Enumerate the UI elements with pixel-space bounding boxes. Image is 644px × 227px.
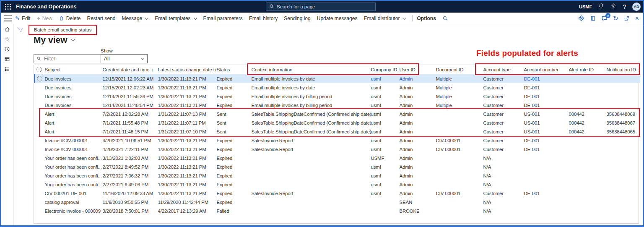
- column-header-user[interactable]: User ID: [400, 65, 436, 74]
- table-row[interactable]: CIV-000201 DE-00111/16/2020 12:09:33 AM1…: [35, 189, 640, 198]
- bell-icon[interactable]: [598, 3, 604, 10]
- cell-user: Admin: [400, 110, 436, 118]
- search-icon: [442, 16, 448, 21]
- cell-context: SalesInvoice.Report: [252, 189, 371, 198]
- cell-accountType: N/A: [483, 162, 524, 171]
- column-header-alertRuleId[interactable]: Alert rule ID: [569, 65, 607, 74]
- cell-created: 4/20/2021 7:22:11 PM: [103, 145, 158, 154]
- column-header-subject[interactable]: Subject: [45, 65, 103, 74]
- home-icon[interactable]: [1, 24, 13, 34]
- table-row[interactable]: Electronic invoice - 0000093/28/2018 7:5…: [35, 206, 640, 215]
- cell-document: [436, 171, 483, 180]
- table-row[interactable]: Your order has been confi...2/27/2021 8:…: [35, 162, 640, 171]
- refresh-icon[interactable]: ↻: [613, 15, 618, 21]
- plus-icon: +: [37, 16, 40, 21]
- column-header-accountNumber[interactable]: Account number: [524, 65, 569, 74]
- page-tab[interactable]: Batch email sending status: [29, 25, 97, 35]
- cell-document: CIV-000001: [436, 145, 483, 154]
- show-label: Show: [101, 48, 113, 53]
- options-button[interactable]: Options: [417, 16, 436, 21]
- update-messages-button[interactable]: Update messages: [317, 16, 358, 21]
- gear-icon[interactable]: [610, 3, 616, 10]
- new-button[interactable]: +New: [37, 16, 52, 21]
- avatar[interactable]: AD: [632, 3, 641, 11]
- restart-send-button[interactable]: Restart send: [87, 16, 115, 21]
- cell-company: [371, 198, 400, 206]
- row-select-circle[interactable]: [37, 76, 42, 81]
- cell-accountNumber: [524, 154, 569, 162]
- global-search[interactable]: Search for a page: [266, 3, 376, 11]
- cell-document: [436, 180, 483, 189]
- column-header-created[interactable]: Created date and time↓: [103, 65, 158, 74]
- column-header-latest[interactable]: Latest status change date ti...: [158, 65, 217, 74]
- cell-user: Admin: [400, 189, 436, 198]
- table-row[interactable]: Alert7/1/2021 11:55:48 PM1/31/2022 11:07…: [35, 118, 640, 127]
- popout-icon[interactable]: [624, 16, 630, 21]
- cell-subject: Due invoices: [45, 83, 103, 92]
- toolbar-search-button[interactable]: [442, 16, 448, 21]
- cell-context: [252, 180, 371, 189]
- edit-button[interactable]: ✎Edit: [15, 16, 31, 21]
- close-icon[interactable]: ×: [635, 15, 639, 22]
- cell-menu: [637, 154, 640, 162]
- table-row[interactable]: Invoice #CIV-0000014/20/2021 10:06:51 PM…: [35, 136, 640, 145]
- table-row[interactable]: Due invoices12/15/2021 12:02:23 AM1/30/2…: [35, 83, 640, 92]
- hamburger-menu-icon[interactable]: [4, 16, 12, 21]
- show-dropdown[interactable]: All: [101, 54, 148, 63]
- table-row[interactable]: Invoice #CIV-0000014/20/2021 7:22:11 PM1…: [35, 145, 640, 154]
- column-header-accountType[interactable]: Account type: [483, 65, 524, 74]
- favorites-icon[interactable]: ☆: [1, 34, 13, 44]
- table-row[interactable]: Due invoices12/15/2021 12:06:22 AM1/30/2…: [35, 74, 640, 83]
- table-row[interactable]: Your order has been confi...3/13/2021 1:…: [35, 154, 640, 162]
- app-window: Finance and Operations Search for a page…: [0, 0, 644, 227]
- message-menu[interactable]: Message: [122, 16, 149, 21]
- recent-icon[interactable]: [1, 44, 13, 54]
- column-header-status[interactable]: Status: [217, 65, 252, 74]
- column-header-document[interactable]: Document ID: [436, 65, 483, 74]
- column-header-company[interactable]: Company ID: [371, 65, 400, 74]
- table-row[interactable]: catalog approval11/9/2018 9:50:55 PM11/2…: [35, 198, 640, 206]
- cell-user: Admin: [400, 118, 436, 127]
- grid-filter-input[interactable]: [43, 55, 99, 62]
- cell-document: [436, 162, 483, 171]
- column-header-sel[interactable]: [35, 65, 45, 74]
- cell-company: usmf: [371, 110, 400, 118]
- cell-accountType: Customer: [483, 189, 524, 198]
- select-all-circle[interactable]: [36, 67, 42, 72]
- column-header-menu[interactable]: ⋮: [637, 65, 640, 74]
- email-history-button[interactable]: Email history: [249, 16, 278, 21]
- power-apps-icon[interactable]: [578, 15, 584, 21]
- cell-accountNumber: [524, 206, 569, 215]
- table-row[interactable]: Alert7/1/2021 11:48:15 PM1/31/2022 11:07…: [35, 127, 640, 136]
- email-distributor-menu[interactable]: Email distributor: [364, 16, 406, 21]
- cell-user: Admin: [400, 136, 436, 145]
- app-launcher-icon[interactable]: [4, 3, 12, 10]
- company-picker[interactable]: USMF: [579, 4, 592, 9]
- cell-accountType: N/A: [483, 198, 524, 206]
- sending-log-button[interactable]: Sending log: [284, 16, 310, 21]
- guide-icon[interactable]: [590, 16, 596, 21]
- grid-options-icon[interactable]: ⋮: [637, 67, 640, 73]
- cell-subject: catalog approval: [45, 198, 103, 206]
- modules-icon[interactable]: [1, 64, 13, 74]
- table-row[interactable]: Due invoices12/14/2021 11:59:36 PM1/30/2…: [35, 92, 640, 101]
- table-row[interactable]: Your order has been confi...2/27/2021 7:…: [35, 171, 640, 180]
- delete-button[interactable]: Delete: [59, 16, 81, 21]
- cell-latest: 1/31/2022 11:07:13 PM: [158, 110, 217, 118]
- column-header-context[interactable]: Context information: [252, 65, 371, 74]
- cell-latest: 1/30/2022 11:13:21 PM: [158, 145, 217, 154]
- cell-sel: [35, 189, 45, 198]
- column-header-notificationId[interactable]: Notification ID: [607, 65, 637, 74]
- email-templates-menu[interactable]: Email templates: [155, 16, 197, 21]
- cell-alertRuleId: [569, 189, 607, 198]
- page-title[interactable]: My view: [34, 35, 75, 45]
- workspaces-icon[interactable]: [1, 54, 13, 64]
- help-icon[interactable]: ?: [623, 3, 626, 10]
- table-row[interactable]: Your order has been confi...2/27/2021 6:…: [35, 180, 640, 189]
- email-parameters-button[interactable]: Email parameters: [203, 16, 243, 21]
- table-row[interactable]: Alert7/2/2021 12:02:28 AM1/31/2022 11:07…: [35, 110, 640, 118]
- filter-funnel-icon[interactable]: [17, 26, 24, 33]
- table-row[interactable]: Due invoices12/14/2021 11:48:54 PM1/30/2…: [35, 101, 640, 110]
- messages-icon[interactable]: 0: [601, 15, 608, 21]
- cell-subject: Your order has been confi...: [45, 154, 103, 162]
